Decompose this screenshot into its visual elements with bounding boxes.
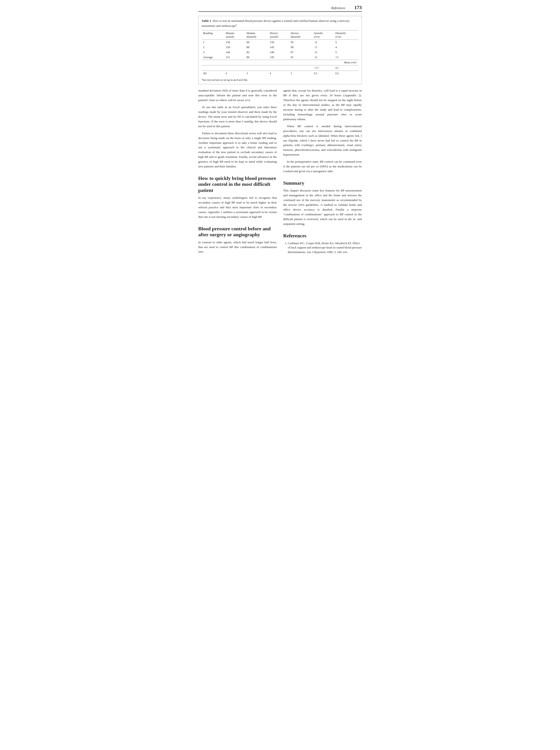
table-cell: 146 [224,50,245,55]
mean-error-label: Mean error [313,60,358,65]
table-cell: 150 [268,40,289,45]
col-reading: Reading [202,31,224,40]
sd-cell: 0.5 [313,71,334,76]
table-cell: 90 [245,40,268,45]
sd-cell: 3 [289,71,313,76]
table-footnote-marker: a [236,23,237,26]
table-row: 11569015095−65 [202,40,359,45]
table-1-box: Table 1 How to test an automated blood p… [198,16,362,84]
table-row: 21508614590−54 [202,45,359,50]
reference-1: Cushman WC, Cooper KM, Horne RA, Meydrec… [288,241,362,255]
sd-row: SD43430.50.5 [202,71,359,76]
table-cell: 90 [289,45,313,50]
table-footnote: aSee text on how to set up in an Excel f… [202,78,359,82]
left-para-1: standard deviation (SD) of more than 8 i… [198,88,277,103]
table-cell: 5 [334,40,359,45]
mean-error-systolic: −5.7 [313,65,334,71]
table-cell: 150 [224,45,245,50]
table-body: 11569015095−6521508614590−5431468214087−… [202,40,359,60]
col-human-systolic: Humansystolic [224,31,245,40]
section2-para-1: In contrast to older agents, which had m… [198,240,277,255]
table-cell: 145 [268,45,289,50]
table-cell: −6 [313,55,334,60]
references-list: Cushman WC, Cooper KM, Horne RA, Meydrec… [283,241,362,255]
col-systolic-error: Systolicerror [313,31,334,40]
section1-para-1: In my experience, many cardiologists fai… [198,196,277,219]
table-row: 31468214087−65 [202,50,359,55]
data-table: Reading Humansystolic Humandiastolic Dev… [202,30,359,76]
right-para-2: When BP control is needed during interve… [283,124,362,157]
col-diastolic-error: Diastolicerror [334,31,359,40]
sd-cell: 0.5 [334,71,359,76]
mean-error-spacer-row: Mean error [202,60,359,65]
references-heading: References [283,233,362,239]
table-cell: 2 [202,45,224,50]
table-cell: 3 [202,50,224,55]
table-cell: 86 [245,55,268,60]
table-cell: −6 [313,40,334,45]
table-cell: 156 [224,40,245,45]
table-cell: 151 [224,55,245,60]
sd-cell: SD [202,71,224,76]
sd-cell: 4 [268,71,289,76]
table-cell: 4 [334,45,359,50]
table-cell: 140 [268,50,289,55]
section1-heading: How to quickly bring blood pressure unde… [198,175,277,193]
table-cell: 5 [334,50,359,55]
left-para-2: To use this table in an Excel spreadshee… [198,105,277,129]
table-row: Average1518614591−6+5 [202,55,359,60]
table-cell: +5 [334,55,359,60]
table-footer: Mean error −5.7 4.7 SD43430.50.5 [202,60,359,76]
right-para-1: agents that, except for diuretics, will … [283,88,362,122]
section2-heading: Blood pressure control before and after … [198,226,277,238]
mean-error-diastolic: 4.7 [334,65,359,71]
table-cell: 1 [202,40,224,45]
table-cell: −5 [313,45,334,50]
table-caption-text: How to test an automated blood pressure … [202,19,349,27]
table-label: Table 1 [202,19,211,22]
summary-para-1: This chapter discusses some key features… [283,188,362,226]
table-cell: 86 [245,45,268,50]
sd-cell: 4 [224,71,245,76]
table-cell: 145 [268,55,289,60]
header-title: References [332,6,345,10]
table-cell: 87 [289,50,313,55]
left-para-3: Failure to document these directional er… [198,131,277,169]
page-number: 173 [354,4,362,11]
col-human-diastolic: Humandiastolic [245,31,268,40]
left-column: standard deviation (SD) of more than 8 i… [198,88,277,257]
right-para-3: In the postoperative state, BP control c… [283,159,362,174]
mean-error-values-row: −5.7 4.7 [202,65,359,71]
table-cell: 82 [245,50,268,55]
page-header: References 173 [198,4,362,12]
table-cell: 91 [289,55,313,60]
col-device-systolic: Devicesystolic [268,31,289,40]
col-device-diastolic: Devicediastolic [289,31,313,40]
table-caption: Table 1 How to test an automated blood p… [202,19,359,28]
right-column: agents that, except for diuretics, will … [283,88,362,257]
table-cell: Average [202,55,224,60]
table-cell: −6 [313,50,334,55]
two-col-layout: standard deviation (SD) of more than 8 i… [198,88,362,257]
table-header-row: Reading Humansystolic Humandiastolic Dev… [202,31,359,40]
sd-cell: 3 [245,71,268,76]
table-cell: 95 [289,40,313,45]
summary-heading: Summary [283,180,362,186]
